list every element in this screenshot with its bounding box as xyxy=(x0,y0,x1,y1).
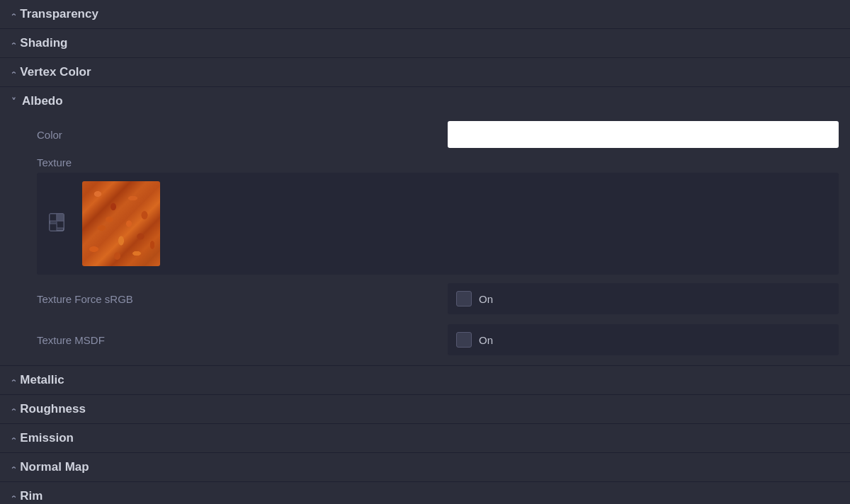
texture-force-srgb-checkbox-row: On xyxy=(448,283,839,314)
metallic-chevron: › xyxy=(8,379,18,382)
shading-section[interactable]: › Shading xyxy=(0,29,850,57)
svg-rect-4 xyxy=(57,214,64,221)
transparency-label: Transparency xyxy=(20,7,98,21)
texture-force-srgb-on-label: On xyxy=(479,293,493,305)
texture-msdf-on-label: On xyxy=(479,334,493,346)
rim-chevron: › xyxy=(8,495,18,498)
color-picker[interactable] xyxy=(448,121,839,148)
normal-map-section[interactable]: › Normal Map xyxy=(0,453,850,481)
emission-label: Emission xyxy=(20,431,74,445)
albedo-chevron: ˅ xyxy=(11,96,16,107)
svg-rect-2 xyxy=(57,221,64,228)
texture-force-srgb-label: Texture Force sRGB xyxy=(37,293,448,305)
texture-msdf-row: Texture MSDF On xyxy=(0,321,850,358)
texture-msdf-value: On xyxy=(448,324,839,355)
rim-section[interactable]: › Rim xyxy=(0,482,850,504)
emission-section[interactable]: › Emission xyxy=(0,424,850,452)
vertex-color-section[interactable]: › Vertex Color xyxy=(0,58,850,86)
texture-preview-image[interactable] xyxy=(82,181,160,266)
color-property-row: Color xyxy=(0,115,850,154)
normal-map-label: Normal Map xyxy=(20,460,89,474)
texture-msdf-label: Texture MSDF xyxy=(37,334,448,346)
transparency-chevron: › xyxy=(8,13,18,16)
svg-rect-1 xyxy=(50,214,57,221)
vertex-color-label: Vertex Color xyxy=(20,65,91,79)
metallic-section[interactable]: › Metallic xyxy=(0,366,850,394)
emission-chevron: › xyxy=(8,437,18,440)
transparency-section[interactable]: › Transparency xyxy=(0,0,850,28)
vertex-color-chevron: › xyxy=(8,71,18,74)
shading-chevron: › xyxy=(8,42,18,45)
texture-property-row: Texture xyxy=(0,154,850,280)
normal-map-chevron: › xyxy=(8,466,18,469)
texture-force-srgb-row: Texture Force sRGB On xyxy=(0,280,850,317)
texture-msdf-checkbox-row: On xyxy=(448,324,839,355)
shading-label: Shading xyxy=(20,36,67,50)
texture-msdf-checkbox[interactable] xyxy=(456,332,472,348)
svg-rect-3 xyxy=(50,224,57,231)
texture-file-icon[interactable] xyxy=(45,210,74,238)
metallic-label: Metallic xyxy=(20,373,64,387)
albedo-section[interactable]: ˅ Albedo xyxy=(0,87,850,115)
roughness-label: Roughness xyxy=(20,402,86,416)
color-label: Color xyxy=(37,129,448,141)
rim-label: Rim xyxy=(20,489,42,503)
texture-container xyxy=(37,173,839,275)
texture-force-srgb-checkbox[interactable] xyxy=(456,291,472,307)
texture-label: Texture xyxy=(37,156,448,168)
texture-force-srgb-value: On xyxy=(448,283,839,314)
roughness-chevron: › xyxy=(8,408,18,411)
albedo-label: Albedo xyxy=(22,94,63,108)
color-value xyxy=(448,121,839,148)
roughness-section[interactable]: › Roughness xyxy=(0,395,850,423)
material-panel: › Transparency › Shading › Vertex Color … xyxy=(0,0,850,504)
